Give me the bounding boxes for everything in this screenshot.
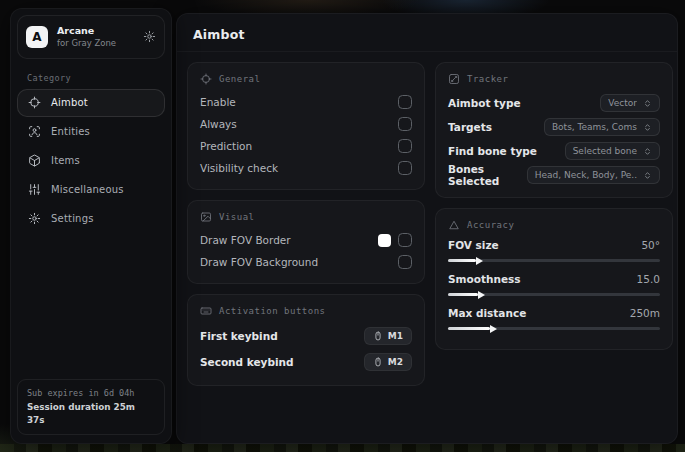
setting-label: Draw FOV Border: [200, 234, 291, 246]
mouse-icon: [373, 331, 383, 341]
slider-label: Max distance: [448, 307, 526, 319]
activation-card: Activation buttons First keybind M1: [187, 294, 425, 386]
gear-icon: [28, 212, 41, 225]
session-duration-text: Session duration 25m 37s: [27, 401, 155, 427]
setting-row: Enable: [200, 91, 412, 113]
slider-label: FOV size: [448, 239, 499, 251]
card-title: Visual: [219, 212, 255, 222]
slider-group: FOV size 50°: [448, 237, 660, 262]
sliders-icon: [28, 183, 41, 196]
slider-group: Smoothness 15.0: [448, 271, 660, 296]
sidebar-item-aimbot[interactable]: Aimbot: [17, 89, 165, 117]
select-row: Aimbot type Vector: [448, 91, 660, 115]
category-label: Category: [27, 73, 171, 83]
visibility-check-checkbox[interactable]: [398, 161, 412, 175]
select-value: Bots, Teams, Coms: [552, 122, 637, 132]
sidebar-item-label: Settings: [51, 213, 94, 224]
select-label: Bones Selected: [448, 163, 527, 187]
select-row: Find bone type Selected bone: [448, 139, 660, 163]
screen: A Arcane for Gray Zone Category: [0, 0, 685, 452]
select-row: Targets Bots, Teams, Coms: [448, 115, 660, 139]
sidebar-item-label: Items: [51, 155, 80, 166]
sidebar-item-entities[interactable]: Entities: [17, 118, 165, 146]
triangle-icon: [448, 219, 460, 231]
bones-selected-select[interactable]: Head, Neck, Body, Pe..: [527, 166, 660, 184]
trajectory-icon: [448, 73, 460, 85]
draw-fov-border-checkbox[interactable]: [398, 233, 412, 247]
always-checkbox[interactable]: [398, 117, 412, 131]
brand-subtitle: for Gray Zone: [57, 38, 134, 49]
targets-select[interactable]: Bots, Teams, Coms: [544, 118, 660, 136]
crosshair-icon: [200, 73, 212, 85]
setting-label: Prediction: [200, 140, 252, 152]
column-left: General Enable Always Prediction: [187, 62, 425, 386]
brand-name: Arcane: [57, 25, 134, 37]
draw-fov-background-checkbox[interactable]: [398, 255, 412, 269]
sidebar-item-settings[interactable]: Settings: [17, 205, 165, 233]
slider-group: Max distance 250m: [448, 305, 660, 330]
chevron-up-down-icon: [643, 99, 652, 108]
second-keybind-button[interactable]: M2: [364, 353, 412, 371]
card-title: Tracker: [467, 74, 508, 84]
sidebar-item-label: Miscellaneous: [51, 184, 124, 195]
page-title: Aimbot: [193, 27, 661, 42]
keybind-label: Second keybind: [200, 356, 294, 368]
crosshair-icon: [28, 96, 41, 109]
slider-thumb[interactable]: [478, 291, 485, 299]
box-icon: [28, 154, 41, 167]
keybind-value: M2: [388, 357, 403, 367]
setting-row: Always: [200, 113, 412, 135]
setting-row: Draw FOV Border: [200, 229, 412, 251]
content: General Enable Always Prediction: [177, 52, 677, 386]
aimbot-type-select[interactable]: Vector: [600, 94, 660, 112]
max-distance-slider[interactable]: [448, 327, 660, 330]
sidebar-item-label: Aimbot: [51, 97, 88, 108]
select-value: Vector: [608, 98, 637, 108]
sidebar-nav: Aimbot Entities Items: [11, 89, 171, 233]
keybind-value: M1: [388, 331, 403, 341]
fov-size-slider[interactable]: [448, 259, 660, 262]
main-header: Aimbot: [177, 14, 677, 52]
slider-value: 15.0: [637, 273, 660, 285]
smoothness-slider[interactable]: [448, 293, 660, 296]
select-row: Bones Selected Head, Neck, Body, Pe..: [448, 163, 660, 187]
setting-label: Draw FOV Background: [200, 256, 318, 268]
chevron-up-down-icon: [643, 147, 652, 156]
select-value: Selected bone: [573, 146, 637, 156]
brand-card: A Arcane for Gray Zone: [17, 15, 165, 59]
sidebar-item-items[interactable]: Items: [17, 147, 165, 175]
brand-logo: A: [26, 26, 48, 48]
sidebar-item-label: Entities: [51, 126, 90, 137]
main-panel: Aimbot General Enable: [176, 13, 678, 444]
sidebar: A Arcane for Gray Zone Category: [10, 8, 172, 444]
keyboard-icon: [200, 305, 212, 317]
setting-label: Always: [200, 118, 237, 130]
column-right: Tracker Aimbot type Vector: [435, 62, 673, 350]
card-title: General: [219, 74, 260, 84]
subscription-info: Sub expires in 6d 04h Session duration 2…: [17, 379, 165, 435]
enable-checkbox[interactable]: [398, 95, 412, 109]
setting-row: Draw FOV Background: [200, 251, 412, 273]
keybind-row: Second keybind M2: [200, 349, 412, 375]
sidebar-item-miscellaneous[interactable]: Miscellaneous: [17, 176, 165, 204]
select-label: Find bone type: [448, 145, 537, 157]
sub-expires-text: Sub expires in 6d 04h: [27, 387, 155, 400]
card-title: Activation buttons: [219, 306, 326, 316]
setting-label: Visibility check: [200, 162, 278, 174]
image-icon: [200, 211, 212, 223]
slider-label: Smoothness: [448, 273, 521, 285]
slider-value: 250m: [630, 307, 660, 319]
fov-border-color-swatch[interactable]: [378, 234, 391, 247]
setting-row: Prediction: [200, 135, 412, 157]
prediction-checkbox[interactable]: [398, 139, 412, 153]
tracker-card: Tracker Aimbot type Vector: [435, 62, 673, 198]
find-bone-type-select[interactable]: Selected bone: [565, 142, 660, 160]
slider-thumb[interactable]: [476, 257, 483, 265]
setting-row: Visibility check: [200, 157, 412, 179]
first-keybind-button[interactable]: M1: [364, 327, 412, 345]
slider-thumb[interactable]: [490, 325, 497, 333]
select-value: Head, Neck, Body, Pe..: [535, 170, 637, 180]
person-scan-icon: [28, 125, 41, 138]
gear-icon[interactable]: [143, 30, 156, 43]
accuracy-card: Accuracy FOV size 50°: [435, 208, 673, 350]
